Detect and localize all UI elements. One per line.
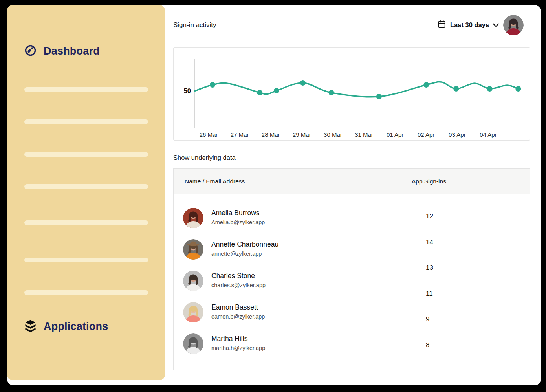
- user-email: charles.s@zylker.app: [211, 281, 266, 289]
- svg-text:04 Apr: 04 Apr: [480, 131, 497, 138]
- app-signins-value: 11: [426, 289, 449, 299]
- sidebar-placeholder-bar: [24, 258, 148, 262]
- sidebar-placeholder-bar: [24, 184, 148, 189]
- date-range-label: Last 30 days: [450, 21, 489, 29]
- sidebar-placeholder-bar: [24, 220, 148, 225]
- user-email: eamon.b@zylker.app: [211, 313, 265, 321]
- svg-text:27 Mar: 27 Mar: [231, 131, 249, 138]
- user-name: Amelia Burrows: [211, 209, 265, 218]
- sidebar-placeholder-bar: [24, 290, 148, 295]
- sidebar-placeholder-bar: [24, 152, 148, 157]
- app-canvas: { "colors": { "canvas_bg": "#000000", "c…: [0, 0, 546, 392]
- user-name: Annette Charbonneau: [211, 240, 278, 249]
- app-window: Dashboard Applications Sign-in activity: [7, 5, 541, 385]
- layers-icon: [24, 319, 37, 334]
- calendar-icon: [437, 20, 446, 30]
- sidebar-item-label: Dashboard: [44, 45, 100, 57]
- table-row[interactable]: Charles Stonecharles.s@zylker.app: [174, 271, 530, 293]
- user-name: Charles Stone: [211, 271, 266, 280]
- svg-text:30 Mar: 30 Mar: [324, 131, 342, 138]
- app-signins-value: 9: [426, 315, 449, 324]
- table-row[interactable]: Eamon Bassetteamon.b@zylker.app: [174, 302, 530, 324]
- sidebar-item-dashboard[interactable]: Dashboard: [24, 44, 100, 58]
- user-avatar: [183, 302, 203, 322]
- page-title: Sign-in activity: [173, 21, 216, 29]
- svg-text:03 Apr: 03 Apr: [449, 131, 465, 138]
- show-underlying-data-link[interactable]: Show underlying data: [173, 154, 236, 161]
- user-email: martha.h@zylker.app: [211, 344, 265, 352]
- svg-text:31 Mar: 31 Mar: [355, 131, 373, 138]
- sidebar-item-label: Applications: [44, 321, 108, 333]
- sidebar-item-applications[interactable]: Applications: [24, 319, 108, 334]
- user-identity: Charles Stonecharles.s@zylker.app: [211, 271, 266, 289]
- user-identity: Eamon Bassetteamon.b@zylker.app: [211, 303, 265, 321]
- profile-avatar[interactable]: [503, 15, 524, 35]
- user-name: Martha Hills: [211, 334, 265, 343]
- sidebar-placeholder-bar: [24, 87, 148, 92]
- signin-activity-chart: 5026 Mar27 Mar28 Mar29 Mar30 Mar31 Mar01…: [173, 47, 530, 141]
- chevron-down-icon: [493, 22, 499, 29]
- app-signins-value: 12: [426, 212, 449, 221]
- app-signins-value: 13: [426, 263, 449, 273]
- user-identity: Amelia BurrowsAmelia.b@zylker.app: [211, 209, 265, 227]
- user-avatar: [183, 271, 203, 291]
- svg-text:26 Mar: 26 Mar: [200, 131, 218, 138]
- svg-text:28 Mar: 28 Mar: [262, 131, 280, 138]
- gauge-icon: [24, 44, 37, 58]
- user-identity: Martha Hillsmartha.h@zylker.app: [211, 334, 265, 352]
- user-email: Amelia.b@zylker.app: [211, 218, 265, 227]
- svg-text:01 Apr: 01 Apr: [387, 131, 403, 138]
- date-range-picker[interactable]: Last 30 days: [437, 20, 499, 30]
- underlying-data-table: Name / Email Address App Sign-ins Amelia…: [173, 168, 530, 370]
- svg-text:02 Apr: 02 Apr: [418, 131, 434, 138]
- user-avatar: [183, 239, 203, 260]
- line-chart-canvas: 5026 Mar27 Mar28 Mar29 Mar30 Mar31 Mar01…: [174, 48, 530, 140]
- svg-text:50: 50: [184, 87, 191, 94]
- sidebar-placeholder-bar: [24, 119, 148, 124]
- app-signins-value: 14: [426, 238, 449, 247]
- user-name: Eamon Bassett: [211, 303, 265, 312]
- sidebar: Dashboard Applications: [7, 5, 165, 380]
- table-row[interactable]: Annette Charbonneauannette@zylker.app: [174, 239, 530, 261]
- user-identity: Annette Charbonneauannette@zylker.app: [211, 240, 278, 258]
- app-signins-value: 8: [426, 341, 449, 350]
- svg-text:29 Mar: 29 Mar: [293, 131, 311, 138]
- table-row[interactable]: Amelia BurrowsAmelia.b@zylker.app: [174, 208, 530, 230]
- user-avatar: [183, 208, 203, 228]
- table-header: Name / Email Address App Sign-ins: [174, 169, 530, 194]
- column-header-name-email: Name / Email Address: [185, 178, 245, 185]
- user-email: annette@zylker.app: [211, 250, 278, 258]
- column-header-app-signins: App Sign-ins: [412, 178, 446, 185]
- user-avatar: [183, 333, 203, 354]
- table-row[interactable]: Martha Hillsmartha.h@zylker.app: [174, 333, 530, 355]
